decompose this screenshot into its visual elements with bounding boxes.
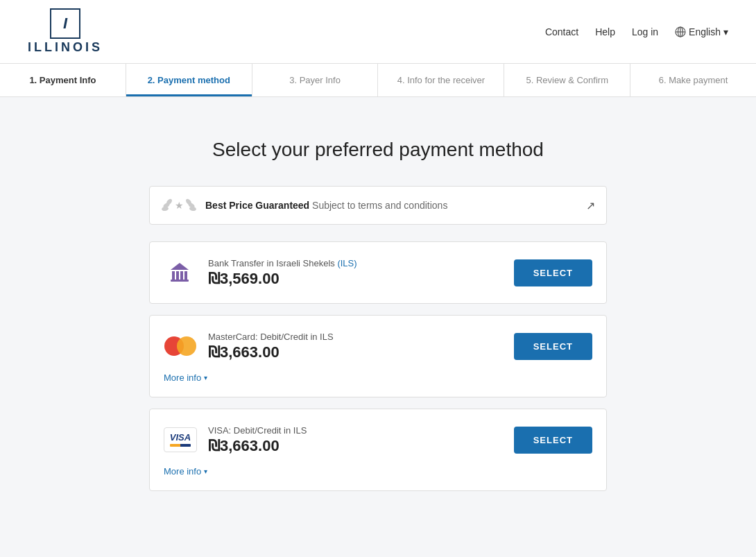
contact-link[interactable]: Contact [545,26,578,37]
bank-transfer-info: Bank Transfer in Israeli Shekels (ILS) ₪… [208,258,503,288]
main-content: Select your preferred payment method ★ B… [135,97,621,530]
logo: I ILLINOIS [28,8,103,55]
logo-icon: I [50,8,80,39]
bank-transfer-select-button[interactable]: SELECT [514,259,592,286]
header: I ILLINOIS Contact Help Log in English ▾ [0,0,756,64]
svg-rect-13 [180,271,183,280]
mastercard-select-button[interactable]: SELECT [514,333,592,360]
step-payer-info[interactable]: 3. Payer Info [252,64,379,96]
help-link[interactable]: Help [595,26,615,37]
mastercard-more-info[interactable]: More info ▾ [164,372,592,383]
visa-amount: ₪3,663.00 [208,437,503,455]
payment-option-bank: Bank Transfer in Israeli Shekels (ILS) ₪… [149,241,607,304]
svg-rect-15 [171,280,189,282]
bank-transfer-name: Bank Transfer in Israeli Shekels (ILS) [208,258,503,268]
svg-text:★: ★ [175,200,184,211]
chevron-down-icon: ▾ [723,26,728,37]
visa-more-info[interactable]: More info ▾ [164,466,592,477]
svg-marker-16 [171,263,189,270]
laurel-icon: ★ [161,195,197,216]
logo-text: ILLINOIS [28,40,103,55]
steps-nav: 1. Payment Info 2. Payment method 3. Pay… [0,64,756,97]
step-make-payment[interactable]: 6. Make payment [630,64,756,96]
svg-rect-12 [176,271,179,280]
bank-transfer-amount: ₪3,569.00 [208,270,503,288]
bank-transfer-icon [164,256,197,289]
step-receiver-info[interactable]: 4. Info for the receiver [378,64,504,96]
language-label: English [689,26,721,37]
mastercard-name: MasterCard: Debit/Credit in ILS [208,332,503,342]
visa-select-button[interactable]: SELECT [514,427,592,454]
svg-rect-11 [172,271,175,280]
step-payment-method[interactable]: 2. Payment method [126,64,252,96]
step-payment-info[interactable]: 1. Payment Info [0,64,126,96]
chevron-down-icon: ▾ [204,374,207,382]
mastercard-icon [164,329,197,363]
chevron-down-icon: ▾ [204,468,207,475]
external-link-icon[interactable]: ↗ [586,199,595,212]
visa-name: VISA: Debit/Credit in ILS [208,425,503,436]
best-price-text: Best Price Guaranteed Subject to terms a… [205,200,578,211]
mastercard-amount: ₪3,663.00 [208,343,503,361]
globe-icon [675,26,686,37]
visa-info: VISA: Debit/Credit in ILS ₪3,663.00 [208,425,503,455]
best-price-banner: ★ Best Price Guaranteed Subject to terms… [149,186,607,225]
step-review-confirm[interactable]: 5. Review & Confirm [504,64,630,96]
payment-option-mastercard: MasterCard: Debit/Credit in ILS ₪3,663.0… [149,315,607,397]
visa-icon: VISA [164,423,197,456]
language-selector[interactable]: English ▾ [675,26,728,37]
header-nav: Contact Help Log in English ▾ [545,26,728,37]
payment-option-visa: VISA VISA: Debit/Credit in ILS ₪3,663.00… [149,409,607,491]
svg-rect-14 [184,271,187,280]
login-link[interactable]: Log in [632,26,658,37]
page-title: Select your preferred payment method [149,139,607,161]
mastercard-info: MasterCard: Debit/Credit in ILS ₪3,663.0… [208,332,503,361]
